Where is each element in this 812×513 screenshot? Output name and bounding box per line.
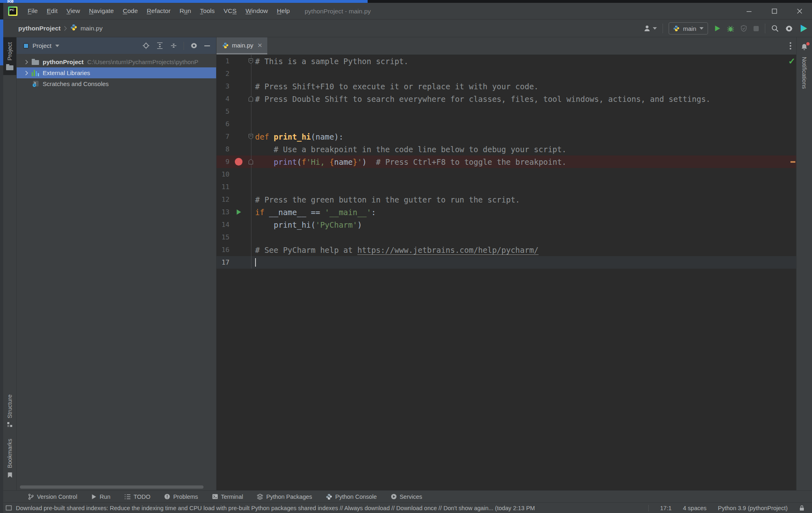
menu-file[interactable]: File xyxy=(23,3,42,19)
run-line-icon[interactable] xyxy=(234,208,243,217)
code-editor[interactable]: 1# This is a sample Python script.23# Pr… xyxy=(217,55,796,490)
code-text[interactable]: # Use a breakpoint in the code line belo… xyxy=(251,143,796,155)
line-number[interactable]: 10 xyxy=(217,170,230,178)
line-number[interactable]: 3 xyxy=(217,82,230,90)
gutter[interactable]: 15 xyxy=(217,231,251,244)
tool-button-version-control[interactable]: Version Control xyxy=(22,491,83,502)
code-text[interactable]: def print_hi(name): xyxy=(251,130,796,143)
code-line-4[interactable]: 4# Press Double Shift to search everywhe… xyxy=(217,93,796,105)
code-text[interactable]: # This is a sample Python script. xyxy=(251,55,796,67)
settings-button[interactable] xyxy=(785,24,793,33)
code-line-16[interactable]: 16# See PyCharm help at https://www.jetb… xyxy=(217,244,796,256)
gutter[interactable]: 12 xyxy=(217,193,251,206)
code-text[interactable]: print_hi('PyCharm') xyxy=(251,218,796,231)
caret-position-widget[interactable]: 17:1 xyxy=(660,505,671,511)
gutter[interactable]: 5 xyxy=(217,105,251,118)
ide-assistant-button[interactable] xyxy=(799,24,808,33)
chevron-down-icon[interactable] xyxy=(55,45,59,47)
line-number[interactable]: 13 xyxy=(217,208,230,216)
inspections-ok-icon[interactable]: ✓ xyxy=(788,56,795,66)
tree-row-scratches[interactable]: Scratches and Consoles xyxy=(17,78,216,89)
code-text[interactable]: # Press the green button in the gutter t… xyxy=(251,193,796,206)
code-line-3[interactable]: 3# Press Shift+F10 to execute it or repl… xyxy=(217,80,796,93)
gutter[interactable]: 16 xyxy=(217,244,251,256)
project-panel-title[interactable]: Project xyxy=(32,42,52,49)
tool-button-todo[interactable]: TODO xyxy=(119,491,156,502)
code-text[interactable]: if __name__ == '__main__': xyxy=(251,206,796,218)
code-text[interactable]: print(f'Hi, {name}') # Press Ctrl+F8 to … xyxy=(251,155,796,168)
code-line-14[interactable]: 14 print_hi('PyCharm') xyxy=(217,218,796,231)
code-line-13[interactable]: 13if __name__ == '__main__': xyxy=(217,206,796,218)
notifications-bell[interactable] xyxy=(800,43,808,53)
panel-settings-button[interactable] xyxy=(190,42,198,50)
debug-button[interactable] xyxy=(727,25,734,32)
code-line-1[interactable]: 1# This is a sample Python script. xyxy=(217,55,796,67)
fold-region-end-icon[interactable] xyxy=(248,96,253,103)
menu-run[interactable]: Run xyxy=(175,3,195,19)
code-text[interactable] xyxy=(251,67,796,80)
code-text[interactable] xyxy=(251,181,796,193)
tool-button-bookmarks[interactable]: Bookmarks xyxy=(3,434,16,485)
status-message[interactable]: Download pre-built shared indexes: Reduc… xyxy=(16,505,535,511)
tool-button-problems[interactable]: Problems xyxy=(158,491,204,502)
code-line-6[interactable]: 6 xyxy=(217,118,796,130)
code-line-15[interactable]: 15 xyxy=(217,231,796,244)
run-with-coverage-button[interactable] xyxy=(740,25,747,32)
tool-button-run[interactable]: Run xyxy=(85,491,116,502)
code-line-5[interactable]: 5 xyxy=(217,105,796,118)
code-line-7[interactable]: 7def print_hi(name): xyxy=(217,130,796,143)
code-text[interactable] xyxy=(251,256,796,269)
code-text[interactable] xyxy=(251,118,796,130)
menu-window[interactable]: Window xyxy=(241,3,272,19)
gutter[interactable]: 7 xyxy=(217,130,251,143)
line-number[interactable]: 12 xyxy=(217,196,230,203)
menu-view[interactable]: View xyxy=(62,3,84,19)
tool-button-python-console[interactable]: Python Console xyxy=(320,491,382,502)
chevron-right-icon[interactable] xyxy=(22,60,30,65)
stop-button[interactable] xyxy=(753,26,759,32)
gutter[interactable]: 2 xyxy=(217,67,251,80)
more-tabs-icon[interactable] xyxy=(790,42,791,50)
gutter[interactable]: 11 xyxy=(217,181,251,193)
gutter[interactable]: 10 xyxy=(217,168,251,181)
collapse-all-button[interactable] xyxy=(170,42,178,50)
code-text[interactable] xyxy=(251,231,796,244)
menu-tools[interactable]: Tools xyxy=(195,3,219,19)
gutter[interactable]: 8 xyxy=(217,143,251,155)
gutter[interactable]: 4 xyxy=(217,93,251,105)
code-line-12[interactable]: 12# Press the green button in the gutter… xyxy=(217,193,796,206)
code-text[interactable]: # Press Shift+F10 to execute it or repla… xyxy=(251,80,796,93)
run-configuration-select[interactable]: main xyxy=(669,22,708,34)
tool-button-terminal[interactable]: Terminal xyxy=(206,491,249,502)
line-number[interactable]: 4 xyxy=(217,95,230,103)
breadcrumb-file[interactable]: main.py xyxy=(80,25,102,32)
search-everywhere-button[interactable] xyxy=(771,24,779,32)
breakpoint-icon[interactable] xyxy=(234,157,243,166)
interpreter-widget[interactable]: Python 3.9 (pythonProject) xyxy=(718,505,788,511)
fold-region-start-icon[interactable] xyxy=(248,58,253,66)
tool-button-project[interactable]: Project xyxy=(3,37,16,75)
hide-panel-button[interactable] xyxy=(204,43,210,49)
close-button[interactable] xyxy=(787,3,812,19)
tab-main-py[interactable]: main.py ✕ xyxy=(217,37,267,54)
tool-button-services[interactable]: Services xyxy=(385,491,428,502)
line-number[interactable]: 1 xyxy=(217,57,230,65)
menu-help[interactable]: Help xyxy=(273,3,294,19)
locate-file-button[interactable] xyxy=(142,42,150,50)
tab-close-icon[interactable]: ✕ xyxy=(258,42,263,49)
menu-vcs[interactable]: VCS xyxy=(219,3,241,19)
line-number[interactable]: 16 xyxy=(217,246,230,254)
code-line-9[interactable]: 9 print(f'Hi, {name}') # Press Ctrl+F8 t… xyxy=(217,155,796,168)
gutter[interactable]: 13 xyxy=(217,206,251,218)
tree-row-external-libraries[interactable]: External Libraries xyxy=(17,67,216,78)
menu-navigate[interactable]: Navigate xyxy=(84,3,118,19)
code-line-8[interactable]: 8 # Use a breakpoint in the code line be… xyxy=(217,143,796,155)
code-line-2[interactable]: 2 xyxy=(217,67,796,80)
code-line-11[interactable]: 11 xyxy=(217,181,796,193)
gutter[interactable]: 14 xyxy=(217,218,251,231)
line-number[interactable]: 2 xyxy=(217,70,230,78)
maximize-button[interactable] xyxy=(762,3,787,19)
code-line-10[interactable]: 10 xyxy=(217,168,796,181)
menu-edit[interactable]: Edit xyxy=(42,3,62,19)
line-number[interactable]: 8 xyxy=(217,145,230,153)
